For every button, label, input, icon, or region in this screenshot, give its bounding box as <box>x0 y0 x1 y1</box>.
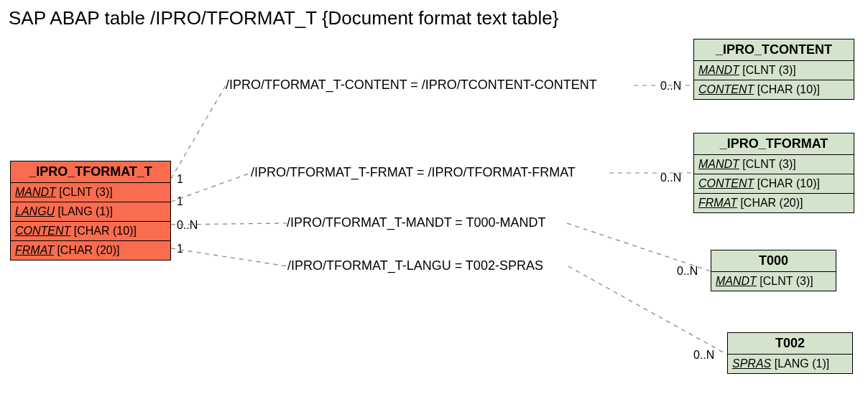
field-row: LANGU [LANG (1)] <box>11 202 170 222</box>
svg-line-6 <box>171 248 287 266</box>
src-card-2: 0..N <box>177 219 198 232</box>
field-row: CONTENT [CHAR (10)] <box>694 174 854 194</box>
relation-label-1: /IPRO/TFORMAT_T-FRMAT = /IPRO/TFORMAT-FR… <box>251 165 576 180</box>
field-row: SPRAS [LANG (1)] <box>728 355 852 373</box>
entity-head: _IPRO_TFORMAT <box>694 133 854 155</box>
field-row: MANDT [CLNT (3)] <box>11 183 170 202</box>
field-row: CONTENT [CHAR (10)] <box>694 80 854 99</box>
entity-target-3: T002 SPRAS [LANG (1)] <box>727 332 853 374</box>
tgt-card-2: 0..N <box>677 265 698 278</box>
relation-label-3: /IPRO/TFORMAT_T-LANGU = T002-SPRAS <box>287 258 543 273</box>
field-row: MANDT [CLNT (3)] <box>694 155 854 174</box>
page-title: SAP ABAP table /IPRO/TFORMAT_T {Document… <box>9 7 558 29</box>
svg-line-0 <box>171 85 226 179</box>
field-row: MANDT [CLNT (3)] <box>694 61 854 80</box>
field-row: CONTENT [CHAR (10)] <box>11 222 170 241</box>
entity-target-2: T000 MANDT [CLNT (3)] <box>711 250 836 291</box>
entity-head: T000 <box>711 250 836 272</box>
src-card-3: 1 <box>177 243 183 255</box>
entity-head: T002 <box>728 333 852 355</box>
src-card-0: 1 <box>177 173 183 186</box>
field-row: FRMAT [CHAR (20)] <box>694 194 854 212</box>
src-card-1: 1 <box>177 195 183 208</box>
entity-target-1: _IPRO_TFORMAT MANDT [CLNT (3)] CONTENT [… <box>693 133 854 213</box>
entity-target-0: _IPRO_TCONTENT MANDT [CLNT (3)] CONTENT … <box>693 39 854 100</box>
tgt-card-3: 0..N <box>693 349 714 362</box>
entity-source-head: _IPRO_TFORMAT_T <box>11 161 170 183</box>
entity-source: _IPRO_TFORMAT_T MANDT [CLNT (3)] LANGU [… <box>10 161 171 261</box>
field-row: MANDT [CLNT (3)] <box>711 272 836 291</box>
svg-line-5 <box>567 223 711 271</box>
relation-label-0: /IPRO/TFORMAT_T-CONTENT = /IPRO/TCONTENT… <box>226 78 597 93</box>
entity-head: _IPRO_TCONTENT <box>694 39 854 61</box>
tgt-card-0: 0..N <box>660 80 681 93</box>
field-row: FRMAT [CHAR (20)] <box>11 241 170 260</box>
svg-line-7 <box>568 266 727 355</box>
tgt-card-1: 0..N <box>660 172 681 184</box>
relation-label-2: /IPRO/TFORMAT_T-MANDT = T000-MANDT <box>287 215 546 230</box>
